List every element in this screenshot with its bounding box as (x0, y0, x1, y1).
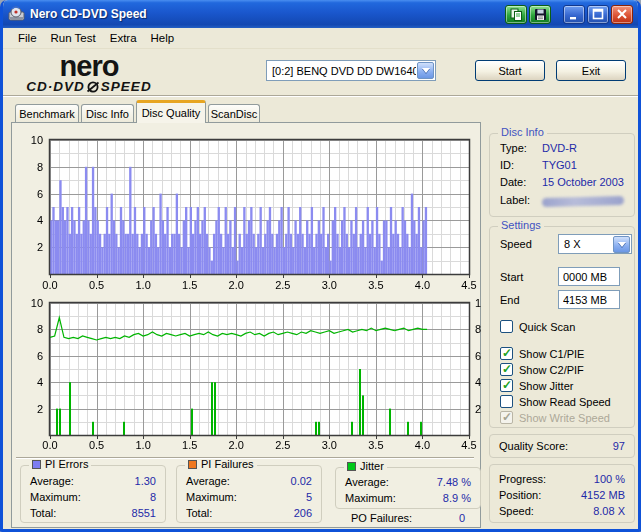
checkbox-label: Show C2/PIF (519, 364, 584, 376)
close-button[interactable] (611, 5, 633, 24)
pi-errors-stats-group: PI Errors Average:1.30 Maximum:8 Total:8… (20, 465, 166, 523)
disc-info-group: Disc Info Type: DVD-R ID: TYG01 Date: 15… (489, 133, 635, 217)
maximize-button[interactable] (587, 5, 609, 24)
copy-icon (510, 8, 523, 21)
stat-value: 5 (306, 491, 312, 503)
nero-brand-text: nero (15, 53, 163, 79)
speed-readout-label: Speed: (499, 505, 534, 517)
checkbox-icon (500, 395, 513, 408)
speed-label: Speed (500, 238, 532, 250)
speed-select-arrow-button[interactable] (613, 236, 630, 253)
jitter-caption: Jitter (344, 460, 387, 472)
logo-product-right: SPEED (101, 79, 152, 94)
disc-id-label: ID: (500, 159, 514, 171)
stat-value: 8 (150, 491, 156, 503)
pi-failures-jitter-chart (3, 296, 481, 458)
titlebar[interactable]: Nero CD-DVD Speed (3, 0, 638, 28)
po-failures-row: PO Failures: 0 (342, 512, 474, 524)
stat-label: Total: (30, 507, 56, 519)
copy-to-clipboard-button[interactable] (505, 5, 527, 24)
stat-value: 0.02 (291, 475, 312, 487)
drive-selector-value: [0:2] BENQ DVD DD DW1640 BSJB (267, 65, 416, 77)
disc-type-label: Type: (500, 142, 527, 154)
stat-value: 1.30 (135, 475, 156, 487)
checkbox-show-write-speed: Show Write Speed (500, 411, 610, 424)
menu-help[interactable]: Help (144, 30, 182, 46)
logo-product-left: CD·DVD (26, 79, 85, 94)
stat-label: Maximum: (186, 491, 237, 503)
stat-label: Maximum: (30, 491, 81, 503)
tab-disc-info[interactable]: Disc Info (81, 104, 134, 123)
pi-errors-chart (3, 122, 481, 294)
progress-label: Progress: (499, 473, 546, 485)
stat-value: 8.9 % (443, 492, 471, 504)
end-input[interactable] (558, 290, 620, 309)
checkbox-show-read-speed[interactable]: Show Read Speed (500, 395, 611, 408)
stat-label: Average: (345, 476, 389, 488)
header: nero CD·DVD SPEED [0:2] BENQ DVD DD DW16… (3, 49, 638, 96)
stat-value: 8551 (132, 507, 156, 519)
minimize-button[interactable] (563, 5, 585, 24)
save-button[interactable] (529, 5, 551, 24)
disc-date-label: Date: (500, 176, 526, 188)
quality-score-label: Quality Score: (499, 440, 568, 452)
save-icon (534, 8, 547, 21)
menu-file[interactable]: File (11, 30, 44, 46)
disc-icon (86, 80, 100, 94)
stat-label: Average: (186, 475, 230, 487)
checkbox-label: Quick Scan (519, 321, 575, 333)
checkbox-quick-scan[interactable]: Quick Scan (500, 320, 575, 333)
pi-failures-caption: PI Failures (185, 458, 257, 470)
position-label: Position: (499, 489, 541, 501)
app-window: Nero CD-DVD Speed (0, 0, 641, 532)
start-button[interactable]: Start (475, 60, 545, 81)
drive-selector[interactable]: [0:2] BENQ DVD DD DW1640 BSJB (266, 60, 436, 81)
checkbox-show-c1-pie[interactable]: Show C1/PIE (500, 347, 584, 360)
po-failures-label: PO Failures: (351, 512, 412, 524)
jitter-title: Jitter (360, 460, 384, 472)
speed-select[interactable]: 8 X (558, 234, 632, 254)
disc-type-value: DVD-R (542, 142, 577, 154)
position-value: 4152 MB (581, 489, 625, 501)
disc-id-value: TYG01 (542, 159, 577, 171)
pi-errors-legend-swatch (32, 460, 41, 469)
checkbox-icon (500, 363, 513, 376)
end-label: End (500, 294, 520, 306)
tab-disc-quality[interactable]: Disc Quality (136, 100, 206, 123)
window-title: Nero CD-DVD Speed (30, 7, 503, 21)
pi-failures-legend-swatch (188, 460, 197, 469)
start-input[interactable] (558, 267, 620, 286)
tab-scandisc[interactable]: ScanDisc (208, 104, 260, 123)
tab-benchmark[interactable]: Benchmark (15, 104, 79, 123)
checkbox-show-jitter[interactable]: Show Jitter (500, 379, 573, 392)
quality-score-value: 97 (613, 440, 625, 452)
drive-selector-arrow-button[interactable] (417, 62, 434, 79)
checkbox-label: Show Write Speed (519, 412, 610, 424)
start-label: Start (500, 271, 523, 283)
pi-failures-stats-group: PI Failures Average:0.02 Maximum:5 Total… (176, 465, 322, 523)
checkbox-icon (500, 320, 513, 333)
chevron-down-icon (422, 68, 430, 73)
maximize-icon (592, 8, 604, 20)
checkbox-icon (500, 347, 513, 360)
minimize-icon (568, 8, 580, 20)
checkbox-icon (500, 379, 513, 392)
progress-box: Progress:100 % Position:4152 MB Speed:8.… (489, 464, 635, 523)
chevron-down-icon (618, 242, 626, 247)
disc-label-label: Label: (500, 194, 530, 206)
exit-button[interactable]: Exit (556, 60, 626, 81)
jitter-legend-swatch (347, 462, 356, 471)
menu-run-test[interactable]: Run Test (44, 30, 103, 46)
disc-info-title: Disc Info (498, 126, 547, 138)
checkbox-icon (500, 411, 513, 424)
stat-value: 7.48 % (437, 476, 471, 488)
speed-readout-value: 8.08 X (593, 505, 625, 517)
checkbox-show-c2-pif[interactable]: Show C2/PIF (500, 363, 584, 376)
pi-failures-title: PI Failures (201, 458, 254, 470)
quality-score-box: Quality Score: 97 (489, 434, 635, 458)
checkbox-label: Show Read Speed (519, 396, 611, 408)
nero-logo: nero CD·DVD SPEED (15, 53, 163, 94)
stat-label: Average: (30, 475, 74, 487)
speed-value: 8 X (559, 238, 612, 250)
menu-extra[interactable]: Extra (103, 30, 144, 46)
